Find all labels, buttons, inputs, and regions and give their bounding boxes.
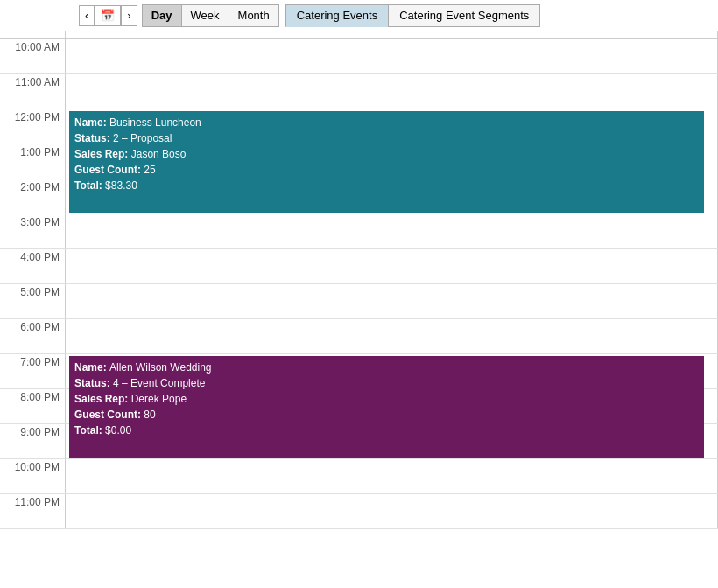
hour-cell[interactable]: [66, 494, 718, 528]
next-button[interactable]: ›: [121, 5, 137, 26]
hour-row: 11:00 PM: [0, 494, 718, 529]
hour-row: 3:00 PM: [0, 214, 718, 249]
event-status: Status: 4 – Event Complete: [74, 375, 699, 391]
date-column-header: [66, 32, 718, 38]
hour-row: 4:00 PM: [0, 249, 718, 284]
hour-cell[interactable]: [66, 319, 718, 354]
calendar-area: 10:00 AM11:00 AM12:00 PM1:00 PM2:00 PM3:…: [0, 32, 718, 588]
prev-button[interactable]: ‹: [79, 5, 95, 26]
hour-row: 10:00 AM: [0, 39, 718, 74]
catering-event-segments-tab[interactable]: Catering Event Segments: [388, 4, 540, 27]
time-label: 9:00 PM: [0, 424, 66, 458]
calendar-button[interactable]: 📅: [95, 5, 121, 26]
hour-cell[interactable]: [66, 214, 718, 248]
time-label: 2:00 PM: [0, 179, 66, 214]
hour-row: 11:00 AM: [0, 74, 718, 109]
time-label: 8:00 PM: [0, 389, 66, 424]
time-label: 4:00 PM: [0, 249, 66, 284]
day-view-button[interactable]: Day: [142, 4, 182, 27]
event-name: Name: Business Luncheon: [74, 115, 699, 130]
event-sales-rep: Sales Rep: Derek Pope: [74, 391, 699, 407]
time-label: 12:00 PM: [0, 109, 66, 144]
time-label: 7:00 PM: [0, 354, 66, 388]
month-view-button[interactable]: Month: [229, 4, 279, 27]
event-guest-count: Guest Count: 80: [74, 407, 699, 423]
event-status: Status: 2 – Proposal: [74, 130, 699, 146]
hour-row: 5:00 PM: [0, 284, 718, 319]
date-header-row: [0, 32, 718, 39]
catering-events-tab[interactable]: Catering Events: [285, 4, 390, 27]
view-buttons: Day Week Month: [143, 4, 279, 27]
calendar-scroll[interactable]: 10:00 AM11:00 AM12:00 PM1:00 PM2:00 PM3:…: [0, 39, 718, 588]
event-business-luncheon[interactable]: Name: Business Luncheon Status: 2 – Prop…: [69, 111, 704, 213]
time-label: 5:00 PM: [0, 284, 66, 318]
event-allen-wilson-wedding[interactable]: Name: Allen Wilson Wedding Status: 4 – E…: [69, 356, 704, 458]
hour-row: 6:00 PM: [0, 319, 718, 354]
time-label: 3:00 PM: [0, 214, 66, 248]
time-label: 6:00 PM: [0, 319, 66, 354]
time-label: 10:00 PM: [0, 459, 66, 494]
event-guest-count: Guest Count: 25: [74, 162, 699, 178]
event-total: Total: $0.00: [74, 423, 699, 438]
hour-cell[interactable]: [66, 459, 718, 494]
header-bar: ‹ 📅 › Day Week Month Catering Events Cat…: [0, 0, 718, 32]
calendar-grid: 10:00 AM11:00 AM12:00 PM1:00 PM2:00 PM3:…: [0, 39, 718, 529]
hour-row: 10:00 PM: [0, 459, 718, 494]
event-name: Name: Allen Wilson Wedding: [74, 360, 699, 375]
hour-cell[interactable]: [66, 249, 718, 284]
hour-cell[interactable]: [66, 284, 718, 318]
time-gutter-header: [0, 32, 66, 38]
hour-cell[interactable]: [66, 39, 718, 74]
time-label: 1:00 PM: [0, 144, 66, 178]
event-total: Total: $83.30: [74, 178, 699, 193]
hour-cell[interactable]: [66, 74, 718, 108]
app-container: ‹ 📅 › Day Week Month Catering Events Cat…: [0, 0, 718, 588]
tab-buttons: Catering Events Catering Event Segments: [286, 4, 541, 27]
event-sales-rep: Sales Rep: Jason Boso: [74, 146, 699, 162]
time-label: 11:00 AM: [0, 74, 66, 108]
week-view-button[interactable]: Week: [181, 4, 229, 27]
time-label: 11:00 PM: [0, 494, 66, 528]
time-label: 10:00 AM: [0, 39, 66, 74]
